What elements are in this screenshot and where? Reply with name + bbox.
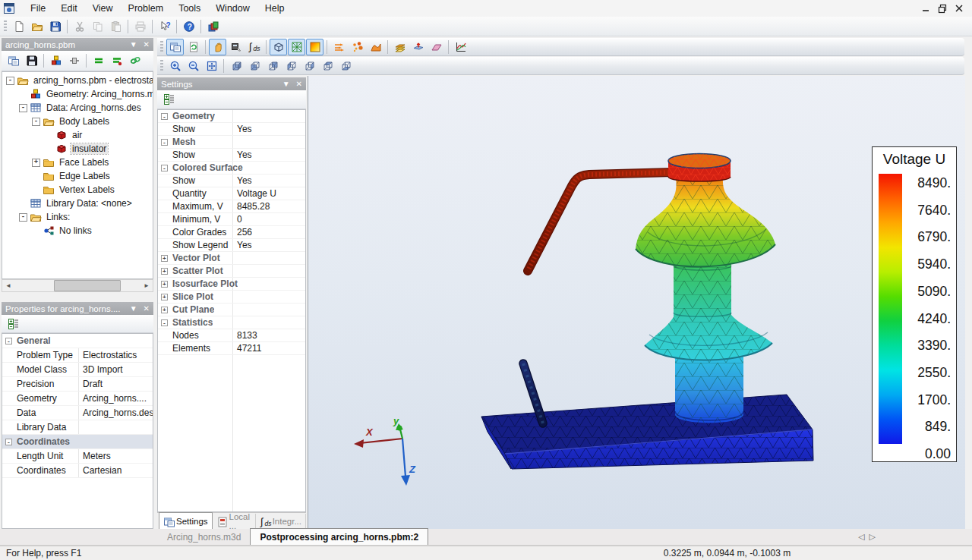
group-expander[interactable]: -: [5, 439, 12, 445]
property-row-precision[interactable]: PrecisionDraft: [2, 377, 153, 392]
menu-edit[interactable]: Edit: [53, 1, 85, 16]
slice-plot-button[interactable]: [391, 39, 409, 55]
menu-window[interactable]: Window: [208, 1, 257, 16]
scatter-plot-button[interactable]: [349, 39, 366, 55]
tree-expander[interactable]: -: [32, 118, 40, 126]
group-header-mesh[interactable]: -Mesh: [158, 136, 305, 149]
property-row-elements[interactable]: Elements47211: [158, 342, 305, 355]
connector-button[interactable]: [65, 52, 83, 69]
panel-close-button[interactable]: ✕: [144, 41, 150, 49]
cube-left-button[interactable]: [282, 58, 299, 74]
panel-menu-button[interactable]: ▼: [130, 41, 137, 49]
property-value[interactable]: Cartesian: [78, 464, 153, 477]
property-value[interactable]: Arcing_horns....: [78, 392, 153, 405]
group-header-colored-surface[interactable]: -Colored Surface: [158, 162, 305, 175]
property-row-color-grades[interactable]: Color Grades256: [158, 226, 305, 239]
property-value[interactable]: 8133: [232, 329, 305, 341]
local-values-button[interactable]: [227, 39, 245, 55]
settings-tab-local[interactable]: Local ...: [213, 514, 256, 529]
property-value[interactable]: Arcing_horns.des: [78, 406, 153, 420]
property-value[interactable]: 3D Import: [78, 363, 153, 376]
property-row-show[interactable]: ShowYes: [158, 175, 305, 187]
tree-expander[interactable]: -: [19, 104, 27, 112]
cube-top-button[interactable]: [318, 58, 336, 74]
property-row-data[interactable]: DataArcing_horns.des: [2, 406, 153, 420]
property-row-nodes[interactable]: Nodes8133: [158, 329, 305, 342]
tab-scroll-right-icon[interactable]: ▷: [869, 532, 875, 542]
group-header-statistics[interactable]: -Statistics: [158, 316, 305, 329]
tree-item-data-arcing-horns-des[interactable]: -Data: Arcing_horns.des: [2, 101, 153, 115]
group-header-slice-plot[interactable]: +Slice Plot: [158, 291, 305, 304]
paste-button[interactable]: [107, 18, 125, 35]
help-pointer-button[interactable]: ?: [156, 18, 173, 35]
property-value[interactable]: 0: [232, 213, 305, 225]
wireframe-cube-button[interactable]: [270, 39, 287, 55]
group-header-isosurface-plot[interactable]: +Isosurface Plot: [158, 278, 305, 291]
panel-close-button[interactable]: ✕: [144, 305, 150, 313]
save-button[interactable]: [46, 18, 64, 35]
copy-button[interactable]: [89, 18, 106, 35]
document-tab-postprocessing-arcing-horns-pbm-2[interactable]: Postprocessing arcing_horns.pbm:2: [250, 528, 428, 545]
scrollbar-thumb[interactable]: [54, 280, 121, 291]
panel-toggle-button[interactable]: [5, 52, 22, 69]
refresh-page-button[interactable]: [185, 39, 202, 55]
menu-problem[interactable]: Problem: [121, 1, 172, 16]
plane-button[interactable]: [428, 39, 445, 55]
group-header-geometry[interactable]: -Geometry: [158, 110, 305, 123]
pan-hand-button[interactable]: [209, 39, 226, 55]
property-row-geometry[interactable]: GeometryArcing_horns....: [2, 392, 153, 406]
viewport-3d[interactable]: X y Z Voltage U 8490.7640.6790.5940.5090…: [308, 76, 966, 529]
settings-tab-integr[interactable]: ∫dsIntegr...: [256, 514, 306, 529]
property-row-coordinates[interactable]: CoordinatesCartesian: [2, 464, 153, 478]
menu-help[interactable]: Help: [257, 1, 292, 16]
group-header-cut-plane[interactable]: +Cut Plane: [158, 304, 305, 316]
tree-expander[interactable]: +: [32, 159, 40, 167]
group-expander[interactable]: +: [161, 255, 168, 262]
cut-button[interactable]: [71, 18, 88, 35]
isosurface-plot-button[interactable]: [367, 39, 384, 55]
group-expander[interactable]: +: [161, 307, 168, 313]
equals-dot-button[interactable]: [108, 52, 125, 69]
group-header-scatter-plot[interactable]: +Scatter Plot: [158, 265, 305, 278]
tree-item-vertex-labels[interactable]: Vertex Labels: [2, 183, 153, 197]
menu-tools[interactable]: Tools: [171, 1, 208, 16]
expand-grid-button[interactable]: [5, 316, 22, 332]
scroll-right-button[interactable]: ►: [140, 280, 153, 291]
print-button[interactable]: [131, 18, 149, 35]
close-button[interactable]: [951, 2, 967, 15]
open-folder-button[interactable]: [28, 18, 46, 35]
tree-item-face-labels[interactable]: +Face Labels: [2, 156, 153, 169]
property-value[interactable]: 47211: [232, 342, 305, 354]
property-value[interactable]: 256: [232, 226, 305, 238]
property-value[interactable]: [78, 420, 153, 434]
property-value[interactable]: Meters: [78, 449, 153, 463]
property-value[interactable]: Voltage U: [232, 187, 305, 200]
property-value[interactable]: Yes: [232, 123, 305, 135]
mesh-cube-button[interactable]: [288, 39, 305, 55]
menu-view[interactable]: View: [85, 1, 121, 16]
help-button[interactable]: ?: [180, 18, 197, 35]
property-row-problem-type[interactable]: Problem TypeElectrostatics: [2, 348, 153, 363]
vector-plot-button[interactable]: [330, 39, 348, 55]
group-expander[interactable]: -: [161, 319, 168, 326]
property-value[interactable]: Yes: [232, 175, 305, 187]
property-row-length-unit[interactable]: Length UnitMeters: [2, 449, 153, 464]
link-chain-button[interactable]: [126, 52, 144, 69]
property-value[interactable]: Draft: [78, 377, 153, 391]
cube-iso-button[interactable]: [227, 58, 245, 74]
tree-item-library-data-none[interactable]: Library Data: <none>: [2, 197, 153, 210]
group-expander[interactable]: -: [161, 113, 168, 120]
colored-cubes-button[interactable]: [47, 52, 65, 69]
property-row-show[interactable]: ShowYes: [158, 123, 305, 136]
cut-plane-button[interactable]: [409, 39, 427, 55]
cascade-windows-button[interactable]: [204, 18, 222, 35]
tree-item-links[interactable]: -Links:: [2, 210, 153, 224]
panel-menu-button[interactable]: ▼: [130, 305, 137, 313]
minimize-button[interactable]: [917, 2, 934, 15]
group-expander[interactable]: -: [5, 338, 12, 344]
cube-front-button[interactable]: [245, 58, 263, 74]
expand-grid-button[interactable]: [160, 91, 178, 108]
group-expander[interactable]: +: [161, 294, 168, 300]
tree-item-body-labels[interactable]: -Body Labels: [2, 115, 153, 128]
property-value[interactable]: Electrostatics: [78, 348, 153, 362]
